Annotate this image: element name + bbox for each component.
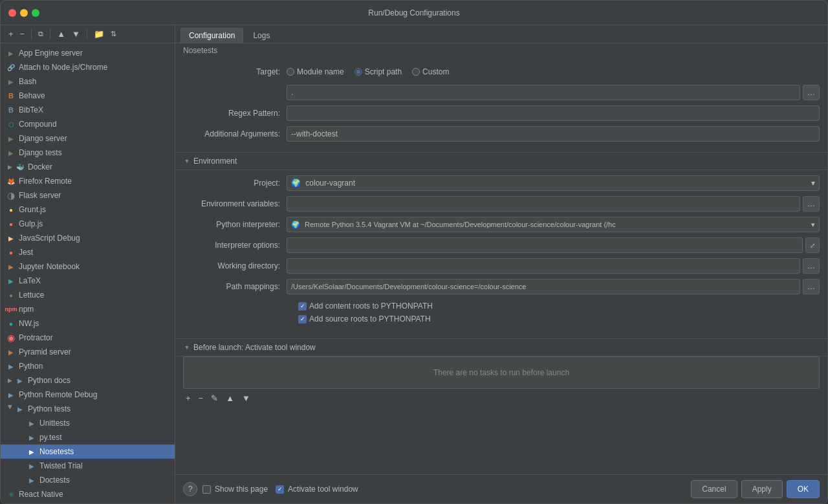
bottom-left-section: ? Show this page ✓ Activate tool window — [183, 482, 358, 496]
cancel-button[interactable]: Cancel — [691, 480, 737, 498]
add-content-roots-label: Add content roots to PYTHONPATH — [309, 301, 433, 311]
sidebar-item-doctests[interactable]: ▶ Doctests — [1, 473, 175, 487]
remove-config-button[interactable]: − — [17, 28, 28, 40]
lettuce-icon: ● — [6, 290, 16, 300]
radio-module-name[interactable]: Module name — [287, 67, 344, 76]
radio-script-path[interactable]: Script path — [354, 67, 402, 76]
maximize-button[interactable] — [32, 9, 39, 17]
sidebar-item-pyramid[interactable]: ▶ Pyramid server — [1, 345, 175, 359]
sidebar-item-python[interactable]: ▶ Python — [1, 359, 175, 373]
window-controls — [8, 9, 39, 17]
sidebar-item-pytest[interactable]: ▶ py.test — [1, 430, 175, 444]
env-vars-row: Environment variables: … — [183, 196, 820, 212]
sidebar-item-npm[interactable]: npm npm — [1, 302, 175, 316]
env-vars-input[interactable] — [287, 196, 800, 212]
sidebar-item-nwjs[interactable]: ● NW.js — [1, 316, 175, 331]
sidebar-label-python: Python — [19, 362, 43, 371]
sidebar-item-python-tests[interactable]: ▶ ▶ Python tests — [1, 402, 175, 416]
working-dir-input[interactable] — [287, 258, 800, 274]
project-icon: 🌍 — [291, 179, 301, 188]
before-launch-edit-button[interactable]: ✎ — [208, 393, 221, 404]
add-content-roots-checkbox[interactable]: ✓ — [298, 302, 307, 311]
sidebar-item-grunt[interactable]: ● Grunt.js — [1, 203, 175, 217]
before-launch-add-button[interactable]: + — [183, 393, 193, 404]
toolbar-divider2 — [50, 29, 50, 39]
path-mappings-label: Path mappings: — [183, 282, 287, 291]
close-button[interactable] — [8, 9, 16, 17]
tab-configuration[interactable]: Configuration — [180, 28, 243, 43]
content-roots-group: ✓ Add content roots to PYTHONPATH — [298, 301, 812, 311]
minimize-button[interactable] — [20, 9, 28, 17]
ok-button[interactable]: OK — [787, 480, 820, 498]
working-dir-group: … — [287, 258, 820, 274]
working-dir-browse-button[interactable]: … — [803, 258, 820, 274]
sidebar-item-docker[interactable]: ▶ 🐳 Docker — [1, 160, 175, 174]
sidebar-item-app-engine[interactable]: ▶ App Engine server — [1, 46, 175, 60]
sidebar-item-bibtex[interactable]: B BibTeX — [1, 103, 175, 117]
sidebar-item-gulp[interactable]: ● Gulp.js — [1, 217, 175, 231]
firefox-icon: 🦊 — [6, 176, 16, 186]
environment-section: Project: 🌍 colour-vagrant ▾ — [175, 170, 827, 333]
radio-custom[interactable]: Custom — [412, 67, 449, 76]
sidebar-item-flask[interactable]: ◑ Flask server — [1, 188, 175, 203]
sidebar-item-jupyter[interactable]: ▶ Jupyter Notebook — [1, 259, 175, 274]
radio-module-name-circle — [287, 68, 294, 76]
sidebar-item-firefox[interactable]: 🦊 Firefox Remote — [1, 174, 175, 188]
sidebar-item-jest[interactable]: ● Jest — [1, 245, 175, 259]
env-vars-browse-button[interactable]: … — [803, 196, 820, 212]
script-path-input[interactable] — [287, 85, 800, 100]
before-launch-up-button[interactable]: ▲ — [223, 393, 237, 404]
regex-label: Regex Pattern: — [183, 109, 287, 118]
before-launch-down-button[interactable]: ▼ — [239, 393, 253, 404]
sidebar-item-python-docs[interactable]: ▶ ▶ Python docs — [1, 373, 175, 388]
folder-button[interactable]: 📁 — [91, 28, 107, 40]
sidebar-item-behave[interactable]: B Behave — [1, 89, 175, 103]
sidebar-item-unittests[interactable]: ▶ Unittests — [1, 416, 175, 430]
sidebar-item-django-tests[interactable]: ▶ Django tests — [1, 146, 175, 160]
sidebar-item-django-server[interactable]: ▶ Django server — [1, 131, 175, 146]
before-launch-remove-button[interactable]: − — [196, 393, 206, 404]
add-config-button[interactable]: + — [6, 28, 16, 40]
sidebar-item-latex[interactable]: ▶ LaTeX — [1, 274, 175, 288]
sidebar-item-compound[interactable]: ⬡ Compound — [1, 117, 175, 131]
path-mappings-browse-button[interactable]: … — [803, 279, 820, 294]
tab-logs[interactable]: Logs — [245, 28, 278, 43]
sidebar-item-lettuce[interactable]: ● Lettuce — [1, 288, 175, 302]
script-path-browse-button[interactable]: … — [803, 85, 820, 100]
project-select[interactable]: 🌍 colour-vagrant ▾ — [287, 175, 820, 191]
copy-config-button[interactable]: ⧉ — [36, 28, 46, 39]
before-launch-header[interactable]: ▼ Before launch: Activate tool window — [175, 338, 827, 356]
jupyter-icon: ▶ — [6, 261, 16, 272]
activate-tool-checkbox[interactable]: ✓ — [276, 485, 284, 494]
sidebar-item-tox[interactable]: ▶ Tox — [1, 501, 175, 503]
additional-args-input[interactable] — [287, 126, 820, 142]
sort-button[interactable]: ⇅ — [108, 28, 119, 39]
down-button[interactable]: ▼ — [69, 28, 83, 40]
help-button[interactable]: ? — [183, 482, 197, 496]
additional-args-label: Additional Arguments: — [183, 129, 287, 138]
sidebar-item-twisted-trial[interactable]: ▶ Twisted Trial — [1, 459, 175, 473]
sidebar-label-gulp: Gulp.js — [19, 219, 43, 228]
sidebar-item-react-native[interactable]: ⚛ React Native — [1, 487, 175, 501]
python-interpreter-select[interactable]: 🌍 Remote Python 3.5.4 Vagrant VM at ~/Do… — [287, 217, 820, 232]
react-native-icon: ⚛ — [6, 489, 16, 499]
interpreter-options-expand-button[interactable]: ⤢ — [805, 237, 820, 253]
sidebar-item-nosetests[interactable]: ▶ Nosetests — [1, 444, 175, 459]
apply-button[interactable]: Apply — [741, 480, 783, 498]
sidebar-label-twisted-trial: Twisted Trial — [39, 461, 83, 470]
sidebar-item-protractor[interactable]: ◉ Protractor — [1, 331, 175, 345]
regex-input[interactable] — [287, 105, 820, 121]
show-page-checkbox[interactable] — [202, 485, 211, 494]
sidebar-item-python-remote-debug[interactable]: ▶ Python Remote Debug — [1, 388, 175, 402]
sidebar-item-js-debug[interactable]: ▶ JavaScript Debug — [1, 231, 175, 245]
sidebar-item-bash[interactable]: ▶ Bash — [1, 74, 175, 89]
interpreter-options-input[interactable] — [287, 237, 803, 253]
sidebar-item-attach-node[interactable]: 🔗 Attach to Node.js/Chrome — [1, 60, 175, 74]
add-source-roots-checkbox[interactable]: ✓ — [298, 315, 307, 323]
path-mappings-input[interactable] — [287, 279, 800, 294]
up-button[interactable]: ▲ — [54, 28, 68, 40]
python-docs-expand-icon: ▶ — [6, 377, 14, 384]
window-title: Run/Debug Configurations — [368, 8, 459, 17]
sidebar-label-django-server: Django server — [19, 134, 67, 143]
environment-section-header[interactable]: ▼ Environment — [175, 152, 827, 170]
